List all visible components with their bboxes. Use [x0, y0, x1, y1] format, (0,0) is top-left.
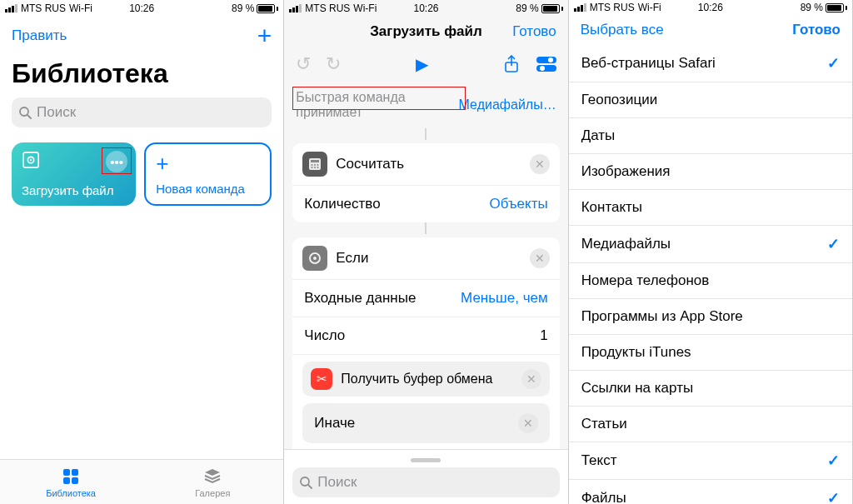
else-row: Иначе ✕: [302, 403, 549, 443]
action-title: Сосчитать: [336, 156, 521, 172]
type-row[interactable]: Геопозиции: [569, 82, 852, 118]
type-label: Контакты: [581, 199, 642, 216]
status-bar: MTS RUS Wi-Fi 10:26 89 %: [569, 0, 852, 15]
action-title: Если: [336, 250, 521, 267]
status-bar: MTS RUS Wi-Fi 10:26 89 %: [0, 0, 283, 17]
status-time: 10:26: [569, 2, 852, 13]
type-row[interactable]: Даты: [569, 118, 852, 154]
tab-bar: Библиотека Галерея: [0, 459, 283, 504]
search-input[interactable]: Поиск: [12, 97, 272, 127]
type-row[interactable]: Продукты iTunes: [569, 335, 852, 371]
type-label: Веб-страницы Safari: [581, 55, 716, 72]
grabber-icon[interactable]: [411, 458, 441, 462]
svg-point-17: [314, 164, 316, 166]
types-panel: MTS RUS Wi-Fi 10:26 89 % Выбрать все Гот…: [569, 0, 853, 504]
nav-bar: Править +: [0, 17, 283, 55]
redo-button[interactable]: ↻: [326, 53, 341, 75]
delete-action-button[interactable]: ✕: [530, 154, 550, 174]
calculator-icon: [302, 152, 327, 177]
check-icon: ✓: [827, 54, 840, 72]
svg-rect-8: [72, 477, 78, 484]
type-row[interactable]: Веб-страницы Safari✓: [569, 45, 852, 82]
type-row[interactable]: Статьи: [569, 407, 852, 442]
type-row[interactable]: Контакты: [569, 190, 852, 226]
svg-rect-15: [311, 160, 319, 162]
svg-rect-5: [63, 469, 70, 476]
connector: [284, 128, 567, 140]
connector: [284, 222, 567, 234]
settings-icon[interactable]: [536, 57, 556, 72]
svg-point-20: [314, 167, 316, 168]
editor-panel: MTS RUS Wi-Fi 10:26 89 % Загрузить файл …: [284, 0, 568, 504]
type-row[interactable]: Программы из App Store: [569, 299, 852, 335]
type-row[interactable]: Медиафайлы✓: [569, 226, 852, 263]
undo-button[interactable]: ↺: [296, 53, 311, 75]
type-label: Продукты iTunes: [581, 344, 691, 361]
param-row[interactable]: Число 1: [292, 317, 559, 355]
action-search-sheet[interactable]: Поиск: [284, 449, 567, 504]
svg-point-21: [317, 167, 319, 168]
gear-icon: [302, 246, 327, 271]
more-button[interactable]: •••: [106, 151, 127, 172]
check-icon: ✓: [827, 489, 840, 504]
type-label: Геопозиции: [581, 92, 657, 108]
new-shortcut-tile[interactable]: + Новая команда: [144, 142, 272, 206]
type-row[interactable]: Изображения: [569, 154, 852, 190]
nav-bar: Выбрать все Готово: [569, 15, 852, 45]
status-time: 10:26: [284, 2, 567, 14]
svg-rect-6: [72, 469, 78, 476]
action-search-input[interactable]: Поиск: [292, 467, 559, 497]
svg-point-16: [312, 164, 313, 166]
status-time: 10:26: [0, 2, 283, 14]
param-row[interactable]: Входные данные Меньше, чем: [292, 280, 559, 317]
type-row[interactable]: Файлы✓: [569, 480, 852, 504]
search-icon: [18, 106, 32, 119]
type-label: Медиафайлы: [581, 236, 671, 252]
add-button[interactable]: +: [257, 23, 272, 48]
type-row[interactable]: Ссылки на карты: [569, 371, 852, 407]
type-row[interactable]: Текст✓: [569, 442, 852, 480]
param-row[interactable]: Количество Объекты: [292, 186, 559, 222]
svg-rect-10: [536, 57, 556, 63]
search-placeholder: Поиск: [37, 104, 76, 121]
accepts-label: Быстрая команда принимает: [296, 90, 455, 120]
shortcut-tile-download[interactable]: Загрузить файл •••: [12, 142, 136, 206]
scissors-icon: ✂: [311, 368, 332, 390]
tab-gallery[interactable]: Галерея: [142, 460, 283, 504]
types-list[interactable]: Веб-страницы Safari✓ГеопозицииДатыИзобра…: [569, 45, 852, 504]
stack-icon: [202, 467, 222, 487]
delete-action-button[interactable]: ✕: [530, 248, 550, 268]
type-label: Файлы: [581, 490, 626, 504]
tile-label: Загрузить файл: [22, 183, 126, 197]
run-button[interactable]: ▶: [416, 54, 428, 74]
tab-library[interactable]: Библиотека: [0, 460, 142, 504]
tile-label: Новая команда: [156, 182, 260, 196]
select-all-button[interactable]: Выбрать все: [581, 22, 664, 38]
type-label: Программы из App Store: [581, 308, 743, 325]
done-button[interactable]: Готово: [512, 23, 556, 40]
svg-point-13: [540, 66, 545, 71]
plus-icon: +: [156, 152, 260, 174]
type-label: Даты: [581, 127, 616, 144]
editor-toolbar: ↺ ↻ ▶: [284, 47, 567, 82]
check-icon: ✓: [827, 235, 840, 253]
svg-point-19: [312, 167, 313, 168]
share-icon[interactable]: [503, 55, 520, 73]
type-label: Номера телефонов: [581, 272, 710, 289]
library-panel: MTS RUS Wi-Fi 10:26 89 % Править + Библи…: [0, 0, 284, 504]
svg-line-25: [308, 485, 312, 488]
edit-button[interactable]: Править: [12, 27, 67, 44]
type-row[interactable]: Номера телефонов: [569, 263, 852, 299]
inner-action-clipboard[interactable]: ✂ Получить буфер обмена ✕: [302, 362, 549, 397]
done-button[interactable]: Готово: [792, 22, 841, 38]
type-label: Текст: [581, 452, 617, 469]
delete-action-button[interactable]: ✕: [521, 369, 541, 389]
status-bar: MTS RUS Wi-Fi 10:26 89 %: [284, 0, 567, 17]
svg-point-23: [313, 257, 317, 260]
delete-action-button[interactable]: ✕: [518, 413, 538, 433]
accepts-value[interactable]: Медиафайлы…: [459, 97, 556, 112]
disk-icon: [22, 151, 40, 169]
page-title: Библиотека: [0, 55, 283, 97]
action-count: Сосчитать ✕ Количество Объекты: [292, 143, 559, 222]
svg-rect-11: [536, 65, 556, 72]
